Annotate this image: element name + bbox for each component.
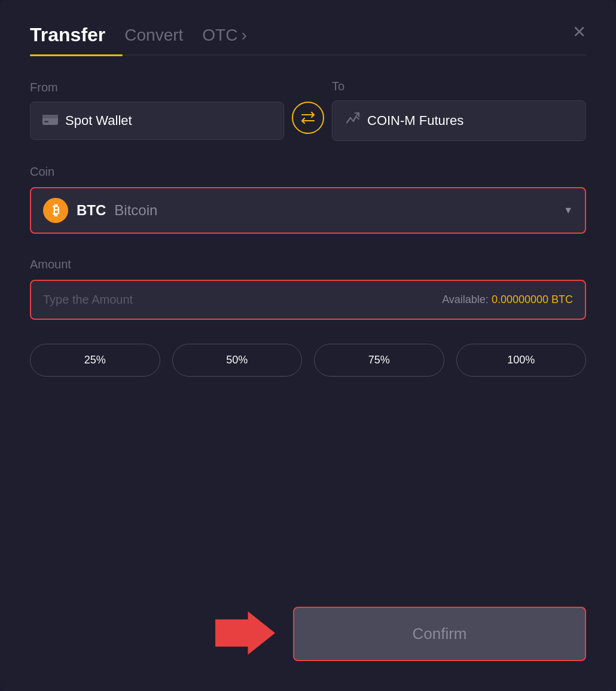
- amount-input-box: Type the Amount Available: 0.00000000 BT…: [30, 280, 586, 320]
- wallet-card-icon: [42, 113, 58, 129]
- svg-marker-3: [215, 611, 275, 655]
- futures-icon: [344, 112, 360, 130]
- from-group: From Spot Wallet: [30, 81, 284, 140]
- available-display: Available: 0.00000000 BTC: [442, 293, 573, 306]
- transfer-modal: Transfer Convert OTC › ✕ From Spot Walle: [0, 0, 616, 691]
- percentage-buttons: 25% 50% 75% 100%: [30, 344, 586, 377]
- confirm-section: Confirm: [30, 607, 586, 661]
- to-wallet-selector[interactable]: COIN-M Futures: [332, 100, 586, 141]
- confirm-button[interactable]: Confirm: [293, 607, 586, 661]
- svg-rect-1: [42, 115, 58, 118]
- amount-section: Amount Type the Amount Available: 0.0000…: [30, 258, 586, 320]
- tab-transfer[interactable]: Transfer: [30, 24, 105, 54]
- available-amount: 0.00000000 BTC: [492, 293, 573, 305]
- active-tab-indicator: [30, 54, 123, 56]
- pct-50-button[interactable]: 50%: [172, 344, 303, 377]
- svg-rect-2: [44, 121, 48, 123]
- to-group: To COIN-M Futures: [332, 80, 586, 141]
- swap-wrapper: [284, 85, 332, 136]
- from-to-section: From Spot Wallet: [30, 80, 586, 141]
- amount-label: Amount: [30, 258, 586, 271]
- pct-25-button[interactable]: 25%: [30, 344, 160, 377]
- close-button[interactable]: ✕: [572, 24, 586, 41]
- coin-symbol: BTC: [77, 202, 106, 219]
- arrow-indicator: [215, 609, 275, 659]
- coin-selector[interactable]: ₿ BTC Bitcoin ▼: [30, 187, 586, 234]
- to-wallet-name: COIN-M Futures: [367, 113, 463, 129]
- to-label: To: [332, 80, 586, 93]
- swap-button[interactable]: [292, 102, 324, 134]
- from-label: From: [30, 81, 284, 94]
- amount-placeholder[interactable]: Type the Amount: [43, 293, 133, 307]
- pct-75-button[interactable]: 75%: [314, 344, 444, 377]
- tab-bar: Transfer Convert OTC › ✕: [30, 24, 586, 54]
- from-wallet-name: Spot Wallet: [65, 113, 132, 129]
- from-wallet-selector[interactable]: Spot Wallet: [30, 102, 284, 140]
- available-label: Available:: [442, 293, 489, 305]
- chevron-down-icon: ▼: [563, 205, 573, 216]
- coin-label: Coin: [30, 165, 586, 179]
- btc-icon: ₿: [43, 198, 68, 223]
- pct-100-button[interactable]: 100%: [456, 344, 587, 377]
- tab-underline: [30, 54, 586, 56]
- tab-convert[interactable]: Convert: [124, 26, 183, 53]
- coin-fullname: Bitcoin: [114, 202, 157, 219]
- tab-otc[interactable]: OTC ›: [202, 26, 246, 53]
